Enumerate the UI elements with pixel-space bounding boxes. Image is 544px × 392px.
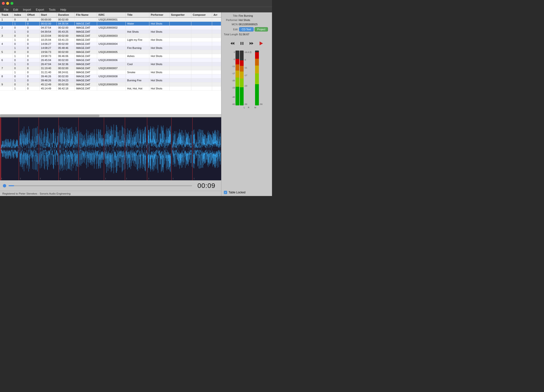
fast-forward-button[interactable] <box>248 40 255 47</box>
vu-bar-L <box>236 51 239 105</box>
col-track: Track <box>0 12 13 18</box>
total-length-label: Total Length <box>224 33 238 36</box>
svg-marker-6 <box>260 41 263 45</box>
cell-arr <box>212 18 221 22</box>
table-row[interactable]: 10 04:39:5405:43:25 IMAGE.DAT Hot ShotsH… <box>0 30 221 34</box>
pause-button[interactable] <box>239 40 245 47</box>
rewind-button[interactable] <box>229 40 236 47</box>
project-button[interactable]: Project <box>254 27 268 31</box>
table-row[interactable]: 400 14:06:2700:02:00 IMAGE.DATUSQDJ09000… <box>0 42 221 46</box>
menu-file[interactable]: File <box>2 8 10 12</box>
title-label: Title <box>224 14 238 17</box>
total-length-value: 51:56:67 <box>239 33 249 36</box>
close-button[interactable] <box>2 2 5 5</box>
svg-rect-2 <box>241 42 242 45</box>
table-row[interactable]: 10 39:48:2605:24:23 IMAGE.DAT Burning Fi… <box>0 78 221 82</box>
col-songwriter: Songwriter <box>169 12 191 18</box>
svg-rect-3 <box>242 42 243 45</box>
cell-title <box>126 18 149 22</box>
label-L: L <box>242 106 246 109</box>
horizontal-scrollbar[interactable] <box>0 114 221 117</box>
table-row[interactable]: 200 04:37:5400:02:00 IMAGE.DATUSQDJ09000… <box>0 26 221 30</box>
table-row[interactable]: 1 0 0 00:00:00 00:02:00 USQDJ0900001 <box>0 18 221 22</box>
info-title-row: Title Fire Burning <box>224 14 270 17</box>
cell-start: 00:00:00 <box>39 18 57 22</box>
playhead-indicator <box>3 184 6 187</box>
cell-songwriter <box>169 18 191 22</box>
cell-filename: IMAGE.DAT <box>74 22 97 26</box>
menubar: File Edit Import Export Tools Help <box>0 7 272 12</box>
menu-edit[interactable]: Edit <box>11 8 20 12</box>
maximize-button[interactable] <box>11 2 13 5</box>
cell-index: 1 <box>13 22 25 26</box>
edit-buttons: CD Text Project <box>239 27 268 31</box>
info-performer-row: Performer Hot Shots <box>224 19 270 22</box>
cell-duration: 04:35:54 <box>57 22 74 26</box>
table-scroll[interactable]: Track Index Offset Start Duration File N… <box>0 12 221 114</box>
vu-l-fill <box>236 59 239 106</box>
waveform-display[interactable] <box>0 117 221 180</box>
left-panel: Track Index Offset Start Duration File N… <box>0 12 221 196</box>
minimize-button[interactable] <box>6 2 9 5</box>
table-row[interactable]: 10 45:14:4906:42:18 IMAGE.DAT Hot, Hot, … <box>0 87 221 91</box>
menu-import[interactable]: Import <box>21 8 33 12</box>
table-row[interactable]: 10 14:08:2705:48:46 IMAGE.DAT Fire Burni… <box>0 46 221 50</box>
statusbar: Registered to Pieter Stenekes - Sonoris … <box>0 191 221 196</box>
menu-export[interactable]: Export <box>34 8 46 12</box>
menu-help[interactable]: Help <box>59 8 68 12</box>
vu-scale-m: -59 <box>259 51 264 105</box>
cell-start: 00:02:00 <box>39 22 57 26</box>
col-composer: Composer <box>191 12 212 18</box>
vu-bar-R <box>240 51 244 105</box>
svg-marker-4 <box>249 42 251 45</box>
progress-track[interactable] <box>9 185 192 186</box>
col-duration: Duration <box>57 12 74 18</box>
table-row[interactable]: 800 39:46:2600:02:00 IMAGE.DATUSQDJ09000… <box>0 74 221 78</box>
waveform-canvas[interactable] <box>0 117 221 180</box>
table-row[interactable]: 500 19:56:7300:02:00 IMAGE.DATUSQDJ09000… <box>0 50 221 54</box>
table-row[interactable]: 10 26:47:0404:32:36 IMAGE.DAT CoolHot Sh… <box>0 62 221 66</box>
col-filename: File Name <box>74 12 97 18</box>
info-mcn-row: MCN 0813285908925 <box>224 23 270 26</box>
track-table: Track Index Offset Start Duration File N… <box>0 12 221 91</box>
cell-performer: Hot Shots <box>149 22 169 26</box>
cell-composer <box>191 22 212 26</box>
table-row[interactable]: 300 10:23:0400:02:00 IMAGE.DATUSQDJ09000… <box>0 34 221 38</box>
table-row[interactable]: 600 26:45:0400:02:00 IMAGE.DATUSQDJ09000… <box>0 58 221 62</box>
table-row[interactable]: 10 31:21:4008:24:61 IMAGE.DAT SmokeHot S… <box>0 70 221 74</box>
play-icon <box>258 41 264 46</box>
mcn-value: 0813285908925 <box>239 23 258 26</box>
table-row[interactable]: 1 0 00:02:00 04:35:54 IMAGE.DAT Water Ho… <box>0 22 221 26</box>
cell-performer <box>149 18 169 22</box>
table-row[interactable]: 900 45:12:4900:02:00 IMAGE.DATUSQDJ09000… <box>0 82 221 87</box>
col-start: Start <box>39 12 57 18</box>
play-stop-button[interactable] <box>258 40 264 47</box>
scrollbar-thumb[interactable] <box>0 115 100 117</box>
table-locked-checkbox[interactable]: ✓ <box>224 191 227 194</box>
menu-tools[interactable]: Tools <box>47 8 58 12</box>
cell-songwriter <box>169 22 191 26</box>
col-isrc: ISRC <box>97 12 125 18</box>
cell-offset: 0 <box>25 22 39 26</box>
col-arr: Arr <box>212 12 221 18</box>
progress-fill <box>9 185 14 186</box>
cd-text-button[interactable]: CD Text <box>239 27 254 31</box>
status-text: Registered to Pieter Stenekes - Sonoris … <box>2 192 71 195</box>
col-performer: Performer <box>149 12 169 18</box>
table-row[interactable]: 700 31:19:4000:02:00 IMAGE.DATUSQDJ09000… <box>0 66 221 70</box>
cell-offset: 0 <box>25 18 39 22</box>
edit-label: Edit <box>224 28 238 31</box>
vu-bar-M <box>255 51 259 105</box>
cell-track: 1 <box>0 18 13 22</box>
time-display: 00:09 <box>195 182 218 190</box>
col-index: Index <box>13 12 25 18</box>
vu-channel-labels: L R M <box>236 106 257 109</box>
fast-forward-icon <box>249 41 254 46</box>
titlebar <box>0 0 272 7</box>
cell-arr <box>212 22 221 26</box>
table-container[interactable]: Track Index Offset Start Duration File N… <box>0 12 221 114</box>
cell-track <box>0 22 13 26</box>
table-row[interactable]: 10 10:25:0403:41:23 IMAGE.DAT Light my F… <box>0 38 221 42</box>
vu-m-fill <box>255 52 259 105</box>
table-row[interactable]: 10 19:58:7306:46:06 IMAGE.DAT AshesHot S… <box>0 54 221 58</box>
